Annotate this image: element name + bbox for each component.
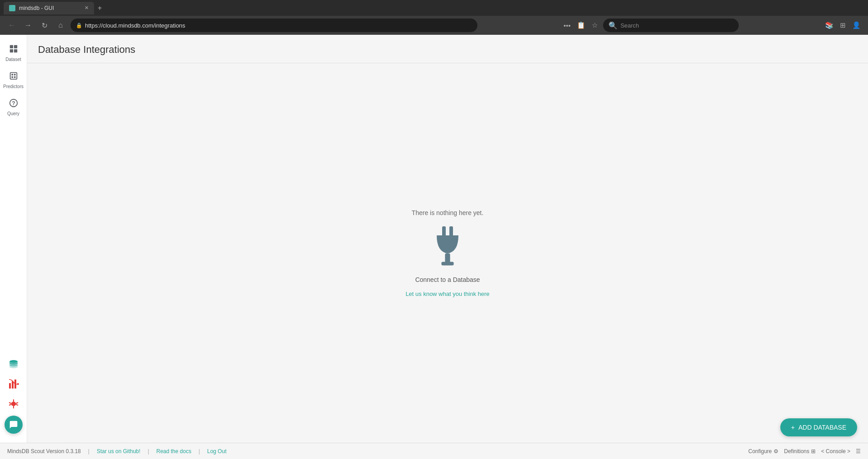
page-title: Database Integrations	[38, 44, 857, 56]
footer: MindsDB Scout Version 0.3.18 | Star us o…	[0, 443, 868, 459]
svg-rect-0	[9, 45, 13, 48]
version-text: MindsDB Scout Version 0.3.18	[7, 448, 81, 454]
sidebar: Dataset Predictors ? Query	[0, 35, 27, 443]
definitions-icon: ⊞	[811, 448, 816, 454]
github-link[interactable]: Star us on Github!	[97, 448, 141, 454]
sidebar-bottom	[5, 356, 23, 437]
svg-rect-5	[11, 74, 13, 75]
svg-rect-12	[9, 383, 11, 389]
definitions-label: Definitions	[784, 448, 809, 454]
tab-close-button[interactable]: ✕	[85, 5, 89, 11]
svg-rect-6	[14, 74, 15, 75]
browser-actions: 📚 ⊞ 👤	[823, 19, 863, 31]
chat-bubble-button[interactable]	[5, 416, 23, 434]
feedback-link[interactable]: Let us know what you think here	[406, 290, 490, 297]
profile-button[interactable]: 👤	[850, 19, 863, 31]
svg-rect-4	[10, 73, 17, 80]
sidebar-item-dataset[interactable]: Dataset	[2, 40, 25, 66]
sidebar-analytics-icon[interactable]	[5, 376, 22, 392]
plug-icon-wrapper	[429, 224, 466, 269]
svg-line-19	[9, 403, 11, 403]
add-database-button[interactable]: + ADD DATABASE	[780, 418, 857, 436]
refresh-button[interactable]: ↻	[38, 19, 51, 32]
empty-state-text: There is nothing here yet.	[412, 209, 484, 216]
query-icon: ?	[9, 98, 19, 110]
pocket-button[interactable]: 📋	[575, 19, 587, 31]
console-label: < Console >	[821, 448, 850, 454]
configure-icon: ⚙	[774, 448, 778, 454]
query-label: Query	[7, 111, 19, 116]
svg-rect-7	[11, 76, 13, 78]
logout-link[interactable]: Log Out	[207, 448, 226, 454]
dataset-icon	[9, 44, 19, 56]
svg-rect-26	[441, 262, 453, 265]
svg-rect-8	[14, 76, 15, 78]
sidebar-db-icon[interactable]	[5, 356, 22, 372]
sidebar-item-query[interactable]: ? Query	[2, 94, 25, 120]
library-button[interactable]: 📚	[823, 19, 835, 31]
back-button[interactable]: ←	[5, 19, 18, 32]
browser-chrome: mindsdb - GUI ✕ +	[0, 0, 868, 16]
console-item[interactable]: < Console >	[821, 448, 850, 454]
configure-label: Configure	[748, 448, 772, 454]
tab-favicon	[9, 5, 15, 11]
more-button[interactable]: •••	[562, 20, 573, 31]
new-tab-button[interactable]: +	[96, 2, 104, 14]
svg-line-22	[16, 403, 18, 403]
forward-button[interactable]: →	[22, 19, 34, 32]
browser-tab: mindsdb - GUI ✕	[4, 2, 94, 14]
sidebar-toggle-button[interactable]: ⊞	[838, 19, 848, 31]
search-bar[interactable]: 🔍	[603, 19, 739, 32]
tab-title: mindsdb - GUI	[19, 5, 54, 11]
search-input[interactable]	[620, 22, 733, 29]
menu-icon: ☰	[856, 448, 861, 454]
svg-line-20	[16, 404, 18, 405]
add-db-icon: +	[791, 424, 795, 431]
app-container: Dataset Predictors ? Query	[0, 35, 868, 443]
add-db-label: ADD DATABASE	[798, 424, 846, 431]
url-display: https://cloud.mindsdb.com/integrations	[85, 22, 472, 29]
svg-rect-1	[14, 45, 17, 48]
menu-icon-item[interactable]: ☰	[856, 448, 861, 454]
definitions-item[interactable]: Definitions ⊞	[784, 448, 816, 454]
nav-extras: ••• 📋 ☆	[562, 19, 600, 31]
footer-left: MindsDB Scout Version 0.3.18 | Star us o…	[7, 448, 226, 454]
predictors-label: Predictors	[3, 84, 24, 89]
svg-rect-2	[9, 49, 13, 52]
empty-state: There is nothing here yet. Connect to a …	[27, 63, 868, 443]
predictors-icon	[9, 71, 19, 83]
footer-right: Configure ⚙ Definitions ⊞ < Console > ☰	[748, 448, 861, 454]
main-content: Database Integrations There is nothing h…	[27, 35, 868, 443]
svg-rect-25	[445, 253, 450, 262]
svg-rect-3	[14, 49, 17, 52]
svg-text:?: ?	[12, 100, 15, 107]
plug-icon	[429, 224, 466, 269]
address-bar[interactable]: 🔒 https://cloud.mindsdb.com/integrations	[71, 19, 477, 32]
lock-icon: 🔒	[76, 23, 82, 28]
svg-point-15	[17, 383, 19, 385]
docs-link[interactable]: Read the docs	[156, 448, 191, 454]
home-button[interactable]: ⌂	[54, 19, 67, 32]
svg-line-21	[9, 404, 11, 405]
configure-item[interactable]: Configure ⚙	[748, 448, 778, 454]
sidebar-item-predictors[interactable]: Predictors	[2, 67, 25, 93]
nav-bar: ← → ↻ ⌂ 🔒 https://cloud.mindsdb.com/inte…	[0, 16, 868, 35]
connect-to-db-label: Connect to a Database	[415, 276, 480, 283]
dataset-label: Dataset	[5, 57, 21, 62]
star-button[interactable]: ☆	[590, 19, 599, 31]
page-header: Database Integrations	[27, 35, 868, 63]
svg-point-16	[11, 402, 16, 406]
search-icon: 🔍	[609, 21, 618, 30]
sidebar-bug-icon[interactable]	[5, 396, 22, 412]
